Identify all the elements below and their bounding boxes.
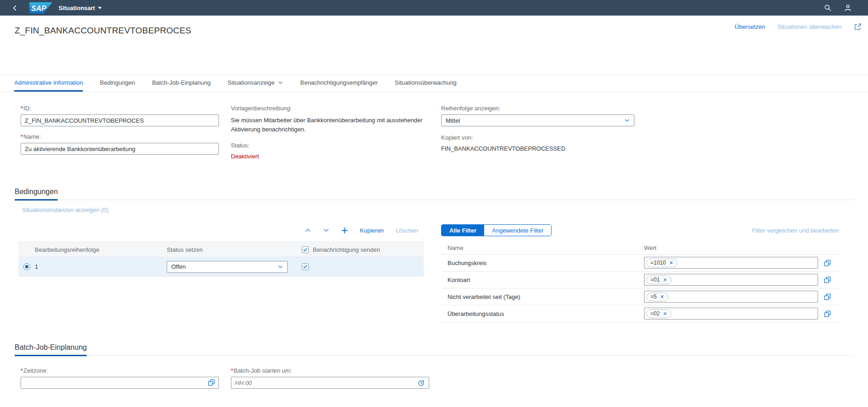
status-select-value: Offen (171, 263, 186, 270)
filters-table: Name Wert Buchungskreis =1010 ✕ (441, 242, 839, 322)
page-title: Z_FIN_BANKACCOUNTREVTOBEPROCES (15, 26, 853, 36)
timezone-input[interactable] (21, 377, 219, 389)
display-order-select[interactable]: Mittel (441, 114, 634, 126)
filter-name: Kontoart (441, 277, 644, 283)
tab-situationsueberwachung[interactable]: Situationsüberwachung (395, 79, 457, 92)
template-description-text: Sie müssen Mitarbeiter über Bankkontenüb… (231, 116, 426, 134)
chevron-down-icon (278, 264, 283, 270)
filter-name: Buchungskreis (441, 260, 644, 266)
filter-token: =01 ✕ (646, 276, 671, 284)
add-condition-button[interactable] (341, 227, 348, 234)
conditions-table-header: Bearbeitungsreihenfolge Status setzen Be… (18, 242, 424, 257)
translate-button[interactable]: Übersetzen (735, 23, 765, 30)
filter-row: Kontoart =01 ✕ (441, 271, 839, 288)
chevron-down-icon (624, 118, 630, 123)
value-help-icon[interactable] (824, 310, 831, 317)
anchor-bar: Administrative Information Bedingungen B… (0, 75, 868, 92)
search-icon (824, 4, 831, 11)
row-notify-checkbox[interactable] (302, 263, 309, 270)
move-up-button[interactable] (305, 227, 311, 233)
delete-button[interactable]: Löschen (396, 227, 418, 234)
filter-value-input[interactable]: =01 ✕ (644, 274, 818, 286)
status-label: Status: (231, 142, 429, 149)
batch-job-section-title: Batch-Job-Einplanung (15, 343, 87, 356)
person-icon (844, 4, 852, 11)
compare-filters-link[interactable]: Filter vergleichen und bearbeiten (752, 227, 839, 234)
copy-button[interactable]: Kopieren (360, 227, 384, 234)
condition-row[interactable]: 1 Offen (18, 257, 424, 277)
value-help-icon[interactable] (824, 277, 831, 283)
copied-from-label: Kopiert von: (441, 135, 634, 141)
shell-bar: SAP Situationsart (0, 0, 868, 16)
column-header-notify: Benachrichtigung senden (313, 246, 380, 253)
monitor-situations-button[interactable]: Situationen überwachen (778, 23, 842, 30)
filter-row: Überarbeitungsstatus =02 ✕ (441, 305, 839, 322)
filters-table-header: Name Wert (441, 242, 839, 255)
filter-name: Überarbeitungsstatus (441, 310, 644, 317)
row-select-radio[interactable] (23, 263, 30, 270)
object-page-header: Z_FIN_BANKACCOUNTREVTOBEPROCES Übersetze… (0, 16, 868, 75)
tab-situationsanzeige[interactable]: Situationsanzeige (228, 79, 284, 92)
filters-panel: Alle Filter Angewendete Filter Filter ve… (441, 219, 839, 322)
column-header-name: Name (441, 244, 644, 251)
tab-batch-job-einplanung[interactable]: Batch-Job-Einplanung (152, 79, 211, 92)
clock-icon[interactable] (418, 379, 425, 386)
app-title-label: Situationsart (59, 5, 95, 11)
move-down-button[interactable] (323, 227, 329, 233)
conditions-section-head: Bedingungen (15, 188, 853, 200)
filter-name: Nicht verarbeitet seit (Tage) (441, 293, 644, 300)
filter-token: =5 ✕ (646, 293, 668, 301)
filters-toolbar: Alle Filter Angewendete Filter Filter ve… (441, 219, 839, 242)
app-title-menu[interactable]: Situationsart (59, 5, 102, 11)
share-icon[interactable] (854, 23, 862, 31)
tab-administrative-information[interactable]: Administrative Information (14, 79, 83, 92)
name-input[interactable] (21, 143, 219, 155)
filter-row: Nicht verarbeitet seit (Tage) =5 ✕ (441, 288, 839, 305)
copied-from-value: FIN_BANKACCOUNTREVTOBEPROCESSED (441, 145, 634, 152)
segment-all-filters[interactable]: Alle Filter (442, 225, 484, 236)
remove-token-icon[interactable]: ✕ (669, 260, 673, 265)
sap-logo-text: SAP (31, 4, 46, 12)
header-actions: Übersetzen Situationen überwachen (735, 23, 862, 31)
value-help-icon[interactable] (824, 293, 831, 300)
value-help-icon[interactable] (824, 260, 831, 266)
batch-job-section-head: Batch-Job-Einplanung (15, 343, 853, 356)
remove-token-icon[interactable]: ✕ (663, 277, 667, 282)
status-select[interactable]: Offen (167, 261, 288, 273)
tab-benachrichtigungsempfaenger[interactable]: Benachrichtigungsempfänger (300, 79, 377, 92)
notify-all-checkbox[interactable] (302, 246, 309, 253)
conditions-panels: Kopieren Löschen Bearbeitungsreihenfolge… (18, 219, 853, 322)
profile-button[interactable] (840, 0, 856, 16)
tab-bedingungen[interactable]: Bedingungen (100, 79, 135, 92)
row-order-value: 1 (35, 263, 167, 270)
sap-logo[interactable]: SAP (29, 2, 52, 14)
conditions-section-title: Bedingungen (15, 188, 58, 201)
status-value: Deaktiviert (231, 153, 429, 160)
remove-token-icon[interactable]: ✕ (663, 311, 667, 316)
back-button[interactable] (5, 0, 24, 16)
filter-segmented-control: Alle Filter Angewendete Filter (441, 224, 551, 236)
situation-instances-link[interactable]: Situationsinstanzen anzeigen (0) (22, 206, 109, 213)
column-header-value: Wert (644, 244, 839, 251)
conditions-table: Bearbeitungsreihenfolge Status setzen Be… (18, 242, 424, 277)
batch-start-input[interactable] (231, 377, 429, 389)
remove-token-icon[interactable]: ✕ (660, 294, 664, 299)
filter-row: Buchungskreis =1010 ✕ (441, 255, 839, 271)
display-order-value: Mittel (446, 117, 460, 124)
batch-start-label: *Batch-Job starten um: (231, 368, 429, 374)
column-header-order: Bearbeitungsreihenfolge (35, 246, 167, 253)
filter-value-input[interactable]: =1010 ✕ (644, 257, 818, 269)
conditions-toolbar: Kopieren Löschen (18, 219, 424, 242)
filter-token: =1010 ✕ (646, 259, 677, 267)
timezone-label: *Zeitzone: (21, 368, 219, 374)
filter-token: =02 ✕ (646, 309, 671, 318)
search-button[interactable] (819, 0, 836, 16)
chevron-down-icon[interactable] (278, 80, 283, 85)
batch-job-form: *Zeitzone: *Batch-Job starten um: (0, 356, 868, 389)
conditions-table-panel: Kopieren Löschen Bearbeitungsreihenfolge… (18, 219, 424, 322)
filter-value-input[interactable]: =02 ✕ (644, 308, 818, 320)
segment-applied-filters[interactable]: Angewendete Filter (484, 225, 551, 236)
id-input[interactable] (21, 114, 219, 126)
filter-value-input[interactable]: =5 ✕ (644, 291, 818, 303)
value-help-icon[interactable] (208, 379, 215, 386)
